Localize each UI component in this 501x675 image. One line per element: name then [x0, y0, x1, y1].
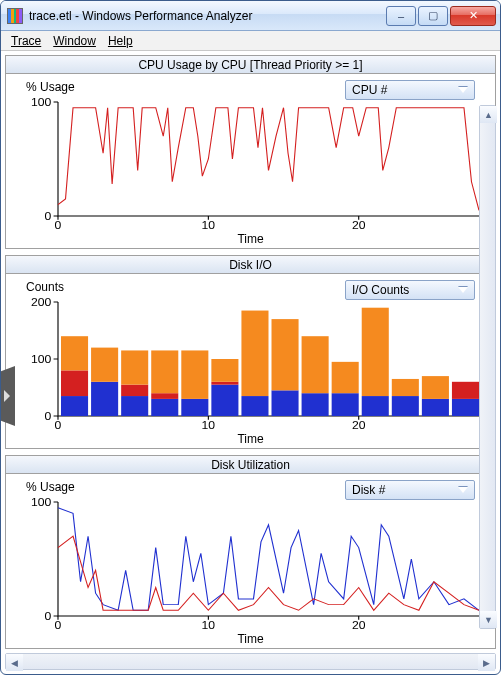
- svg-rect-22: [61, 396, 88, 416]
- svg-rect-51: [422, 376, 449, 399]
- legend-select-cpu[interactable]: CPU #: [345, 80, 475, 100]
- svg-text:10: 10: [202, 620, 216, 631]
- svg-rect-29: [121, 350, 148, 384]
- svg-rect-24: [61, 336, 88, 370]
- svg-text:20: 20: [352, 620, 366, 631]
- svg-rect-37: [211, 359, 238, 382]
- svg-rect-53: [452, 382, 479, 399]
- scroll-up-icon[interactable]: ▲: [480, 106, 497, 123]
- svg-rect-42: [302, 393, 329, 416]
- scroll-right-icon[interactable]: ▶: [478, 654, 495, 671]
- svg-text:100: 100: [31, 97, 51, 108]
- panel-disk-util: Disk Utilization Disk # % Usage 01020010…: [5, 455, 496, 649]
- y-axis-label: Counts: [26, 280, 64, 294]
- svg-rect-32: [151, 350, 178, 393]
- chart-area: 010200100200: [58, 302, 479, 416]
- y-axis-label: % Usage: [26, 480, 75, 494]
- svg-text:0: 0: [55, 220, 62, 231]
- panel-body: I/O Counts Counts 010200100200 Time: [6, 274, 495, 448]
- app-icon: [7, 8, 23, 24]
- x-axis-label: Time: [6, 632, 495, 646]
- svg-text:0: 0: [45, 611, 52, 622]
- panel-header: CPU Usage by CPU [Thread Priority >= 1]: [6, 56, 495, 74]
- y-axis-label: % Usage: [26, 80, 75, 94]
- svg-rect-50: [422, 399, 449, 416]
- panel-header: Disk I/O: [6, 256, 495, 274]
- panel-disk-io: Disk I/O I/O Counts Counts 010200100200 …: [5, 255, 496, 449]
- x-axis-label: Time: [6, 232, 495, 246]
- scroll-left-icon[interactable]: ◀: [6, 654, 23, 671]
- svg-rect-45: [332, 362, 359, 393]
- legend-select-diskio[interactable]: I/O Counts: [345, 280, 475, 300]
- svg-text:10: 10: [202, 220, 216, 231]
- menubar: Trace Window Help: [1, 31, 500, 51]
- menu-window[interactable]: Window: [49, 34, 100, 48]
- titlebar: trace.etl - Windows Performance Analyzer…: [1, 1, 500, 31]
- svg-text:200: 200: [31, 297, 51, 308]
- minimize-button[interactable]: –: [386, 6, 416, 26]
- chart-area: 010200100: [58, 502, 479, 616]
- svg-rect-43: [302, 336, 329, 393]
- svg-text:20: 20: [352, 420, 366, 431]
- horizontal-scrollbar[interactable]: ◀ ▶: [5, 653, 496, 670]
- svg-text:0: 0: [55, 420, 62, 431]
- panel-cpu-usage: CPU Usage by CPU [Thread Priority >= 1] …: [5, 55, 496, 249]
- svg-text:0: 0: [45, 411, 52, 422]
- menu-trace[interactable]: Trace: [7, 34, 45, 48]
- content-area: CPU Usage by CPU [Thread Priority >= 1] …: [1, 51, 500, 653]
- svg-text:20: 20: [352, 220, 366, 231]
- svg-rect-46: [362, 396, 389, 416]
- window-title: trace.etl - Windows Performance Analyzer: [29, 9, 384, 23]
- svg-rect-34: [181, 350, 208, 398]
- panel-body: CPU # % Usage 010200100 Time: [6, 74, 495, 248]
- svg-rect-44: [332, 393, 359, 416]
- svg-rect-31: [151, 393, 178, 399]
- svg-rect-30: [151, 399, 178, 416]
- svg-rect-23: [61, 370, 88, 396]
- x-axis-label: Time: [6, 432, 495, 446]
- svg-text:0: 0: [45, 211, 52, 222]
- close-button[interactable]: ✕: [450, 6, 496, 26]
- window-controls: – ▢ ✕: [384, 6, 496, 26]
- svg-rect-26: [91, 348, 118, 382]
- panel-header: Disk Utilization: [6, 456, 495, 474]
- svg-text:0: 0: [55, 620, 62, 631]
- svg-rect-48: [392, 396, 419, 416]
- menu-help[interactable]: Help: [104, 34, 137, 48]
- svg-text:10: 10: [202, 420, 216, 431]
- scroll-thumb-h[interactable]: [23, 654, 478, 669]
- scroll-thumb-v[interactable]: [480, 123, 495, 611]
- panel-body: Disk # % Usage 010200100 Time: [6, 474, 495, 648]
- svg-rect-27: [121, 396, 148, 416]
- scroll-down-icon[interactable]: ▼: [480, 611, 497, 628]
- svg-text:100: 100: [31, 354, 51, 365]
- svg-rect-47: [362, 308, 389, 396]
- svg-text:100: 100: [31, 497, 51, 508]
- svg-rect-33: [181, 399, 208, 416]
- svg-rect-49: [392, 379, 419, 396]
- svg-rect-28: [121, 385, 148, 396]
- maximize-button[interactable]: ▢: [418, 6, 448, 26]
- svg-rect-40: [272, 390, 299, 416]
- drawer-toggle[interactable]: [1, 366, 15, 426]
- chart-area: 010200100: [58, 102, 479, 216]
- vertical-scrollbar[interactable]: ▲ ▼: [479, 105, 496, 629]
- svg-rect-39: [241, 311, 268, 397]
- svg-rect-36: [211, 382, 238, 385]
- legend-select-diskutil[interactable]: Disk #: [345, 480, 475, 500]
- svg-rect-25: [91, 382, 118, 416]
- svg-rect-35: [211, 385, 238, 416]
- svg-rect-41: [272, 319, 299, 390]
- svg-rect-38: [241, 396, 268, 416]
- svg-rect-52: [452, 399, 479, 416]
